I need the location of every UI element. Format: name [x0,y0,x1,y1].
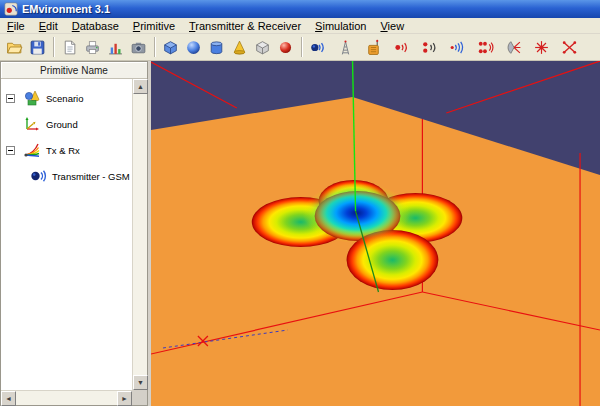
tree-node-transmitter[interactable]: Transmitter - GSM SRB [1,163,132,189]
menu-edit[interactable]: Edit [32,19,65,33]
scroll-left-icon[interactable]: ◄ [1,391,16,406]
menu-view[interactable]: View [373,19,411,33]
toolbar-separator [53,37,54,57]
document-icon[interactable] [58,36,81,58]
menu-file[interactable]: File [0,19,32,33]
open-icon[interactable] [3,36,26,58]
menu-transmitter-receiver[interactable]: Transmitter & Receiver [182,19,308,33]
cube-icon[interactable] [159,36,182,58]
scroll-up-icon[interactable]: ▲ [133,79,148,94]
menu-database[interactable]: Database [65,19,126,33]
scroll-right-icon[interactable]: ► [117,391,132,406]
scenario-icon [23,89,41,107]
app-window: EMvironment 3.1 File Edit Database Primi… [0,0,600,406]
title-bar[interactable]: EMvironment 3.1 [0,0,600,18]
tree-node-tx-rx[interactable]: Tx & Rx [1,137,132,163]
waves-icon[interactable] [446,36,469,58]
tree-horizontal-scrollbar[interactable]: ◄ ► [1,390,132,405]
base-station-icon[interactable] [362,36,385,58]
cylinder-icon[interactable] [205,36,228,58]
cone-icon[interactable] [228,36,251,58]
transmitter-icon[interactable] [306,36,329,58]
tree-panel: Primitive Name Scenario Ground [0,61,148,406]
transmitter-node-icon [29,167,47,185]
rx-array-icon[interactable] [474,36,497,58]
window-title: EMvironment 3.1 [22,3,110,15]
chart-icon[interactable] [104,36,127,58]
save-icon[interactable] [26,36,49,58]
viewport-3d[interactable] [151,61,600,406]
rx-pair-icon[interactable] [418,36,441,58]
antenna-tower-icon[interactable] [334,36,357,58]
collapse-icon[interactable] [6,94,15,103]
camera-icon[interactable] [127,36,150,58]
scrollbar-corner [132,390,147,405]
toolbar-separator [301,37,302,57]
dish-icon[interactable] [502,36,525,58]
app-icon [4,2,18,16]
scroll-down-icon[interactable]: ▼ [133,375,148,390]
tree-node-label: Scenario [46,93,84,104]
tx-point-icon[interactable] [390,36,413,58]
menu-bar: File Edit Database Primitive Transmitter… [0,18,600,34]
toolbar [0,34,600,61]
ground-icon [23,115,41,133]
tree-node-scenario[interactable]: Scenario [1,85,132,111]
print-icon[interactable] [81,36,104,58]
tree-vertical-scrollbar[interactable]: ▲ ▼ [132,79,147,390]
tree-node-label: Ground [46,119,78,130]
toolbar-separator [154,37,155,57]
tree-node-label: Tx & Rx [46,145,80,156]
main-area: Primitive Name Scenario Ground [0,61,600,406]
tree-header[interactable]: Primitive Name [1,62,147,79]
menu-primitive[interactable]: Primitive [126,19,182,33]
tree-node-label: Transmitter - GSM SRB [52,171,132,182]
mimo-antennas-icon[interactable] [558,36,581,58]
coverage-icon[interactable] [530,36,553,58]
sphere-icon[interactable] [182,36,205,58]
tree-node-ground[interactable]: Ground [1,111,132,137]
material-sphere-icon[interactable] [274,36,297,58]
box-icon[interactable] [251,36,274,58]
tx-rx-icon [23,141,41,159]
scene-canvas[interactable] [151,61,600,406]
tree-body: Scenario Ground Tx & Rx [1,79,132,390]
menu-simulation[interactable]: Simulation [308,19,373,33]
collapse-icon[interactable] [6,146,15,155]
